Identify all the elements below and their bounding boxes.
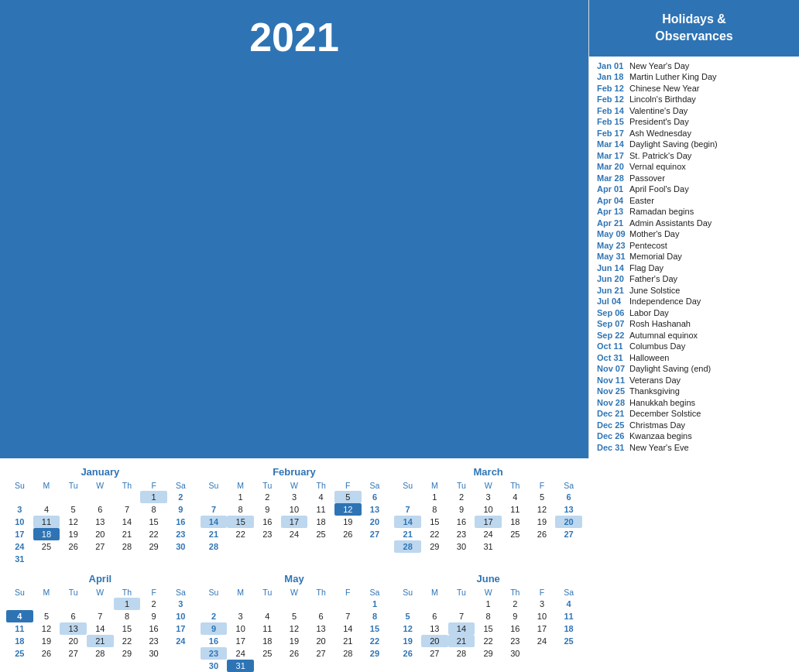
- calendar-cell: 30: [502, 647, 529, 660]
- calendar-cell: 15: [227, 516, 254, 528]
- month-block: FebruarySuMTuWThFSa123456789101112131415…: [201, 466, 389, 565]
- month-title: April: [6, 573, 194, 585]
- calendar-cell: 30: [448, 540, 475, 553]
- month-block: MaySuMTuWThFSa12345678910111213141516171…: [201, 573, 389, 672]
- calendar-cell: 10: [6, 516, 33, 528]
- calendar-cell: 4: [254, 610, 281, 622]
- calendar-cell: 14: [87, 622, 114, 635]
- calendar-cell: [254, 660, 281, 672]
- calendar-cell: 29: [362, 647, 389, 660]
- calendar-cell: [362, 540, 389, 553]
- calendar-cell: 12: [33, 622, 60, 635]
- calendar-cell: 7: [448, 610, 475, 622]
- calendar-cell: [227, 540, 254, 553]
- holiday-date: Dec 31: [597, 443, 629, 452]
- calendar-cell: 22: [421, 528, 448, 540]
- calendar-cell: 12: [394, 622, 421, 635]
- holiday-item: Dec 31New Year's Eve: [597, 443, 791, 452]
- calendar-cell: 10: [227, 622, 254, 635]
- day-header: Tu: [60, 587, 87, 598]
- calendar-cell: [60, 553, 87, 565]
- calendar-cell: 5: [334, 491, 362, 503]
- calendar-cell: [281, 540, 308, 553]
- holiday-name: Pentecost: [629, 241, 667, 250]
- calendar-cell: 1: [140, 491, 167, 503]
- day-header: Sa: [555, 480, 582, 491]
- calendar-cell: 9: [167, 503, 194, 516]
- day-header: Th: [307, 587, 334, 598]
- calendar-cell: 9: [140, 610, 167, 622]
- holiday-date: Nov 07: [597, 364, 629, 373]
- calendar-cell: 21: [114, 528, 141, 540]
- holiday-item: Dec 26Kwanzaa begins: [597, 431, 791, 441]
- calendar-cell: 26: [334, 528, 362, 540]
- calendar-cell: 7: [87, 610, 114, 622]
- calendar-cell: 2: [201, 610, 228, 622]
- calendar-cell: 21: [448, 635, 475, 647]
- holiday-item: Mar 28Passover: [597, 173, 791, 183]
- day-header: W: [475, 480, 502, 491]
- holiday-item: May 09Mother's Day: [597, 229, 791, 238]
- calendar-cell: 19: [281, 635, 308, 647]
- calendar-cell: 15: [475, 622, 502, 635]
- calendar-cell: 5: [281, 610, 308, 622]
- calendar-cell: 23: [201, 647, 228, 660]
- calendar-cell: 20: [421, 635, 448, 647]
- holiday-date: May 31: [597, 252, 629, 261]
- calendar-cell: 5: [529, 491, 556, 503]
- holiday-item: Feb 17Ash Wednesday: [597, 129, 791, 138]
- sidebar-header: Holidays &Observances: [589, 0, 799, 57]
- calendar-cell: [529, 540, 556, 553]
- calendar-cell: 7: [334, 610, 362, 622]
- holiday-name: Hanukkah begins: [629, 398, 695, 407]
- day-header: Su: [201, 480, 228, 491]
- calendar-cell: [254, 540, 281, 553]
- calendar-cell: 1: [475, 598, 502, 610]
- holiday-date: Jun 14: [597, 263, 629, 273]
- calendar-cell: 20: [362, 516, 389, 528]
- calendar-cell: 14: [114, 516, 141, 528]
- day-header: Su: [394, 480, 421, 491]
- calendar-cell: 6: [87, 503, 114, 516]
- holiday-name: Kwanzaa begins: [629, 431, 692, 441]
- calendar-cell: 6: [555, 491, 582, 503]
- calendar-cell: 30: [201, 660, 228, 672]
- calendar-cell: 17: [475, 516, 502, 528]
- calendar-cell: 23: [167, 528, 194, 540]
- calendar-cell: 22: [475, 635, 502, 647]
- calendar-cell: [227, 598, 254, 610]
- calendar-cell: 21: [87, 635, 114, 647]
- holiday-name: Ramadan begins: [629, 207, 694, 216]
- calendar-cell: 4: [307, 491, 334, 503]
- calendar-cell: [334, 540, 362, 553]
- calendar-cell: 22: [114, 635, 141, 647]
- calendar-cell: 24: [227, 647, 254, 660]
- calendar-cell: [87, 598, 114, 610]
- calendar-cell: 24: [529, 635, 556, 647]
- calendar-cell: 13: [307, 622, 334, 635]
- holiday-date: Mar 17: [597, 151, 629, 160]
- calendar-cell: 9: [254, 503, 281, 516]
- holiday-date: Mar 14: [597, 139, 629, 149]
- calendar-cell: 15: [114, 622, 141, 635]
- calendar-cell: 25: [502, 528, 529, 540]
- holiday-item: Mar 17St. Patrick's Day: [597, 151, 791, 160]
- calendar-cell: 3: [227, 610, 254, 622]
- calendar-table: SuMTuWThFSa12345678910111213141516171819…: [6, 587, 194, 660]
- calendar-cell: [167, 553, 194, 565]
- holiday-item: Apr 04Easter: [597, 196, 791, 205]
- day-header: M: [421, 480, 448, 491]
- calendar-cell: 23: [502, 635, 529, 647]
- holiday-name: Admin Assistants Day: [629, 218, 712, 228]
- day-header: F: [140, 587, 167, 598]
- holiday-name: Flag Day: [629, 263, 664, 273]
- calendar-table: SuMTuWThFSa12345678910111213141516171819…: [394, 480, 582, 553]
- calendar-cell: 17: [6, 528, 33, 540]
- holiday-item: Apr 13Ramadan begins: [597, 207, 791, 216]
- calendar-cell: 12: [334, 503, 362, 516]
- holiday-name: St. Patrick's Day: [629, 151, 691, 160]
- calendar-table: SuMTuWThFSa12345678910111213141516171819…: [6, 480, 194, 565]
- calendar-cell: 28: [114, 540, 141, 553]
- holiday-item: Jun 20Father's Day: [597, 274, 791, 283]
- calendar-cell: 2: [254, 491, 281, 503]
